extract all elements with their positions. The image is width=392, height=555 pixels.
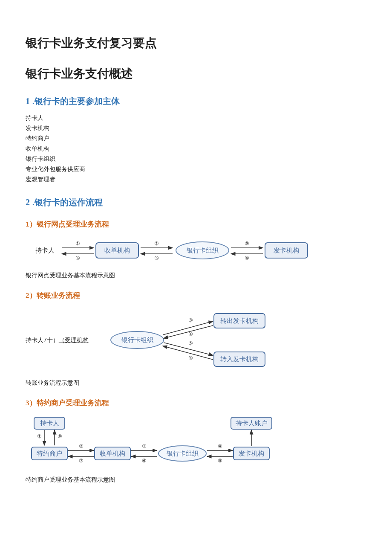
svg-text:⑤: ⑤ xyxy=(188,340,193,346)
d3-node-account: 持卡人账户 xyxy=(236,419,268,426)
subsection-1-num: 1） xyxy=(26,220,37,228)
subsection-3-label: 特约商户受理业务流程 xyxy=(37,399,109,407)
doc-title-2: 银行卡业务支付概述 xyxy=(26,65,366,83)
section-2-heading: 2 .银行卡的运作流程 xyxy=(26,196,366,209)
d3-node-org: 银行卡组织 xyxy=(166,449,199,456)
subsection-3-num: 3） xyxy=(26,399,37,407)
svg-text:④: ④ xyxy=(218,443,222,449)
diagram-2-wrapper: 持卡人7十）（受理机构 银行卡组织 转出发卡机构 转入发卡机构 ③ ④ ⑤ ⑥ xyxy=(26,307,366,373)
section-2-num: 2 xyxy=(26,198,30,207)
svg-text:⑥: ⑥ xyxy=(188,355,193,361)
list-item: 收单机构 xyxy=(26,144,366,153)
subsection-1-label: 银行网点受理业务流程 xyxy=(37,220,109,228)
svg-text:③: ③ xyxy=(188,317,193,323)
subsection-2-heading: 2）转账业务流程 xyxy=(26,290,366,301)
subsection-1-heading: 1）银行网点受理业务流程 xyxy=(26,219,366,230)
list-item: 宏观管理者 xyxy=(26,175,366,184)
d2-node-out: 转出发卡机构 xyxy=(220,317,259,324)
list-item: 发卡机构 xyxy=(26,124,366,133)
participants-list: 持卡人 发卡机构 特约商户 收单机构 银行卡组织 专业化外包服务供应商 宏观管理… xyxy=(26,113,366,184)
svg-text:⑤: ⑤ xyxy=(154,255,159,261)
svg-text:③: ③ xyxy=(142,443,147,449)
svg-text:⑥: ⑥ xyxy=(142,458,147,464)
svg-text:⑧: ⑧ xyxy=(58,433,62,439)
section-1-num: 1 xyxy=(26,96,30,106)
subsection-2-num: 2） xyxy=(26,291,37,299)
d1-node-cardholder: 持卡人 xyxy=(35,246,55,253)
subsection-2-label: 转账业务流程 xyxy=(37,291,80,299)
d2-prefix: 持卡人7十）（受理机构 xyxy=(26,336,89,345)
svg-text:⑦: ⑦ xyxy=(79,458,84,464)
d1-node-org: 银行卡组织 xyxy=(186,246,219,253)
svg-text:⑤: ⑤ xyxy=(218,458,222,464)
svg-text:①: ① xyxy=(37,433,42,439)
section-1-label: .银行卡的主要参加主体 xyxy=(30,96,120,106)
subsection-3-heading: 3）特约商户受理业务流程 xyxy=(26,398,366,409)
d2-node-in: 转入发卡机构 xyxy=(220,355,259,363)
diagram-2: 银行卡组织 转出发卡机构 转入发卡机构 ③ ④ ⑤ ⑥ xyxy=(95,310,278,370)
list-item: 特约商户 xyxy=(26,134,366,143)
svg-text:②: ② xyxy=(79,443,84,449)
svg-text:④: ④ xyxy=(245,255,249,261)
section-1-heading: 1 .银行卡的主要参加主体 xyxy=(26,95,366,108)
d3-node-cardholder: 持卡人 xyxy=(40,419,59,426)
d1-node-issuer: 发卡机构 xyxy=(274,246,299,253)
list-item: 银行卡组织 xyxy=(26,154,366,163)
d3-node-merchant: 特约商户 xyxy=(37,449,62,456)
diagram-2-caption: 转账业务流程示意图 xyxy=(26,378,366,387)
diagram-1: 持卡人 ① ⑥ 收单机构 ② ⑤ 银行卡组织 ③ ④ 发卡机构 xyxy=(26,236,341,266)
diagram-3-caption: 特约商户受理业务基本流程示意图 xyxy=(26,475,366,484)
d3-node-acquirer: 收单机构 xyxy=(100,449,125,456)
list-item: 专业化外包服务供应商 xyxy=(26,165,366,174)
diagram-1-caption: 银行网点受理业务基本流程示意图 xyxy=(26,271,366,280)
list-item: 持卡人 xyxy=(26,113,366,122)
section-2-label: .银行卡的运作流程 xyxy=(30,198,103,207)
svg-text:③: ③ xyxy=(245,241,249,247)
svg-text:①: ① xyxy=(75,241,80,247)
d1-node-acquirer: 收单机构 xyxy=(104,246,130,253)
d2-node-org: 银行卡组织 xyxy=(121,336,153,343)
svg-text:④: ④ xyxy=(188,331,193,337)
svg-text:②: ② xyxy=(154,241,159,247)
diagram-3: 持卡人 ① ⑧ 特约商户 ② ⑦ 收单机构 ③ ⑥ 银行卡组织 ④ ⑤ 发卡机构… xyxy=(26,415,341,470)
d3-node-issuer: 发卡机构 xyxy=(239,449,264,456)
svg-text:⑥: ⑥ xyxy=(75,255,80,261)
doc-title-1: 银行卡业务支付复习要点 xyxy=(26,34,366,52)
